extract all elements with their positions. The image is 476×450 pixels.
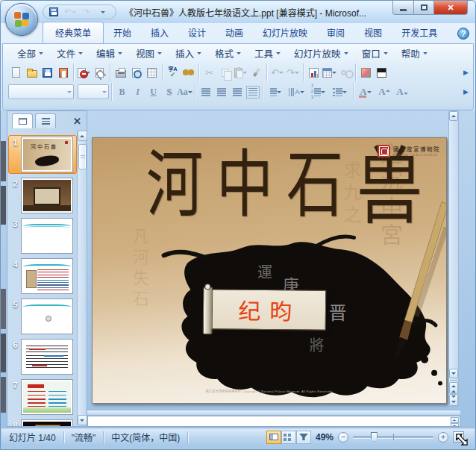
redo-button[interactable]: ↷ (80, 6, 93, 18)
slide-sorter-button[interactable] (281, 431, 296, 444)
slide-2-thumb[interactable] (22, 178, 72, 213)
menu-window[interactable]: 窗口 (355, 44, 395, 63)
hyperlink-button[interactable] (337, 64, 353, 81)
print-button[interactable] (113, 64, 128, 81)
tab-view[interactable]: 视图 (354, 22, 392, 43)
slide-3-thumb[interactable] (22, 219, 72, 253)
attach-button[interactable] (92, 64, 107, 81)
tab-design[interactable]: 设计 (178, 22, 216, 43)
thumbnail-slide-3[interactable]: 3 (8, 217, 77, 254)
media-button[interactable] (358, 64, 374, 81)
grayscale-button[interactable] (374, 64, 389, 81)
format-painter-button[interactable] (248, 64, 264, 81)
font-size-combo[interactable] (78, 84, 109, 99)
scroll-down-button[interactable] (449, 369, 458, 378)
open-button[interactable] (24, 64, 40, 81)
insert-table-button[interactable] (322, 64, 337, 81)
slide-8-thumb[interactable] (22, 420, 72, 426)
thumbnail-slide-6[interactable]: 6 (8, 338, 77, 375)
borders-button[interactable] (144, 64, 160, 81)
tab-slideshow[interactable]: 幻灯片放映 (253, 22, 317, 43)
copy-button[interactable] (217, 64, 233, 81)
menu-format[interactable]: 格式 (208, 44, 248, 63)
tab-slides-thumbnails[interactable] (12, 113, 33, 128)
zoom-slider-thumb[interactable] (371, 432, 378, 442)
numbered-list-button[interactable]: 1 2 3 (307, 84, 329, 100)
scroll-up-button[interactable] (449, 111, 458, 121)
author-scroll-banner[interactable]: 纪昀 (204, 289, 327, 331)
align-right-button[interactable] (229, 84, 245, 100)
shadow-button[interactable]: S (161, 84, 177, 100)
close-panel-button[interactable]: ✕ (71, 116, 84, 127)
thumbnail-slide-8[interactable]: 8 (8, 419, 77, 426)
slide-scrollbar[interactable] (448, 110, 459, 407)
menu-edit[interactable]: 编辑 (90, 44, 129, 63)
tab-outline[interactable] (35, 113, 56, 128)
align-center-button[interactable] (213, 84, 229, 100)
scroll-down-button[interactable] (78, 415, 87, 425)
normal-view-button[interactable] (266, 431, 281, 444)
save-as-button[interactable] (55, 64, 71, 81)
zoom-slider[interactable] (353, 436, 433, 438)
undo-toolbar-button[interactable]: ↶ (269, 64, 285, 81)
slide-editor[interactable]: 之沉中宮 求九之 凡河失石 河 中 石 兽 國立故宮博物院 NATIONAL P… (92, 137, 447, 404)
thumbnail-slide-5[interactable]: 5 (8, 298, 77, 335)
menu-tools[interactable]: 工具 (248, 44, 287, 63)
menu-all[interactable]: 全部 (10, 44, 50, 63)
notes-scrollbar[interactable] (450, 417, 459, 425)
notes-pane[interactable]: 兴趣导入（视频导入） (87, 416, 460, 427)
permission-button[interactable] (76, 64, 92, 81)
find-button[interactable] (181, 64, 196, 81)
decrease-font-button[interactable]: A (393, 84, 411, 100)
menu-file[interactable]: 文件 (50, 44, 90, 63)
scroll-up-button[interactable] (451, 417, 459, 423)
cut-button[interactable]: ✂ (201, 64, 217, 81)
save-toolbar-button[interactable] (40, 64, 55, 81)
print-preview-button[interactable] (128, 64, 144, 81)
minimize-button[interactable] (392, 1, 414, 15)
language-indicator[interactable]: 中文(简体，中国) (104, 431, 188, 443)
slide-1-thumb[interactable]: 河中石兽 (22, 137, 72, 172)
save-button[interactable] (47, 6, 60, 18)
redo-toolbar-button[interactable]: ↷ (285, 64, 301, 81)
font-color-button[interactable]: A (356, 84, 375, 100)
new-button[interactable] (8, 64, 24, 81)
scrollbar-thumb[interactable] (78, 144, 87, 169)
slide-4-thumb[interactable] (22, 259, 72, 293)
change-case-button[interactable]: Aa (177, 84, 192, 100)
text-direction-button[interactable]: A (286, 84, 307, 100)
previous-slide-button[interactable] (449, 382, 458, 394)
slide-5-thumb[interactable] (22, 299, 72, 334)
font-name-combo[interactable] (8, 84, 74, 99)
office-button[interactable] (5, 3, 38, 36)
increase-font-button[interactable]: A (375, 84, 393, 100)
underline-button[interactable]: U (145, 84, 161, 100)
close-button[interactable]: ✕ (434, 1, 468, 15)
align-left-button[interactable] (198, 84, 213, 100)
thumbnail-slide-4[interactable]: 4 (8, 257, 77, 295)
zoom-percentage[interactable]: 49% (316, 432, 333, 443)
zoom-in-button[interactable]: + (438, 432, 448, 443)
insert-chart-button[interactable] (306, 64, 322, 81)
thumbnail-slide-7[interactable]: 7 (8, 378, 77, 416)
menu-insert[interactable]: 插入 (169, 44, 208, 63)
tab-developer[interactable]: 开发工具 (392, 22, 447, 43)
menu-slideshow[interactable]: 幻灯片放映 (287, 44, 355, 63)
tab-classic-menu[interactable]: 经典菜单 (43, 22, 104, 43)
menu-help[interactable]: 帮助 (395, 44, 434, 63)
title-bar[interactable]: ↶ ↷ 《河中石兽》人教版七年级语文上.ppt [兼容模式] - Microso… (1, 1, 475, 23)
slide-counter[interactable]: 幻灯片 1/40 (1, 431, 64, 443)
align-justify-button[interactable] (245, 84, 260, 100)
bullet-list-button[interactable] (329, 84, 351, 100)
slideshow-button[interactable] (296, 431, 311, 444)
tab-review[interactable]: 审阅 (317, 22, 354, 43)
toolbar-overflow-button[interactable]: ▶ (463, 88, 470, 96)
zoom-out-button[interactable]: − (338, 432, 348, 443)
thumbnails-scrollbar[interactable] (77, 131, 87, 425)
thumbnail-slide-1[interactable]: 1 河中石兽 (8, 135, 77, 174)
notes-splitter[interactable] (87, 410, 460, 416)
slide-7-thumb[interactable] (22, 380, 72, 414)
scroll-down-button[interactable] (451, 423, 459, 427)
help-button[interactable]: ? (457, 28, 469, 40)
slide-6-thumb[interactable] (22, 340, 72, 374)
